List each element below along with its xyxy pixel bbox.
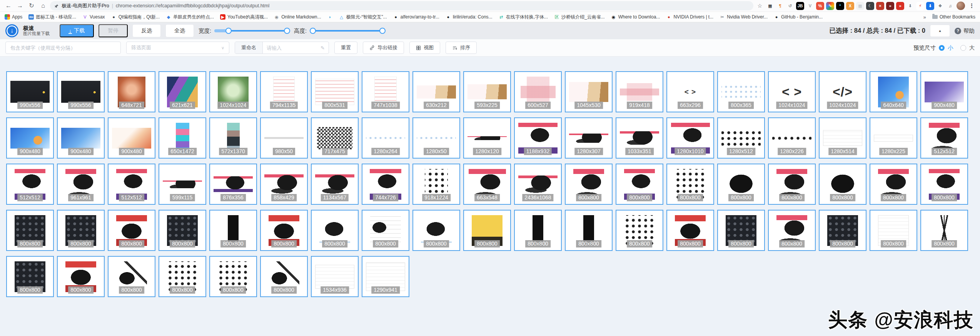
- image-cell[interactable]: 599x115: [159, 164, 206, 205]
- avatar[interactable]: [957, 2, 965, 10]
- image-cell[interactable]: 800x800: [920, 210, 968, 251]
- image-cell[interactable]: 800x800: [159, 210, 206, 251]
- image-cell[interactable]: 990x556: [57, 71, 105, 112]
- preview-large-radio[interactable]: [960, 45, 966, 51]
- image-cell[interactable]: 800x800: [311, 210, 359, 251]
- image-cell[interactable]: 512x512: [920, 117, 968, 159]
- playlist-icon[interactable]: ♫: [946, 2, 954, 10]
- image-cell[interactable]: 1280x120: [463, 117, 511, 159]
- bookmark-vuesax[interactable]: VVuesax: [82, 14, 105, 20]
- image-cell[interactable]: 1280x226: [768, 117, 816, 159]
- image-cell[interactable]: 980x50: [260, 117, 308, 159]
- qr-code-icon[interactable]: ▦: [766, 2, 774, 10]
- image-cell[interactable]: 800x800: [57, 210, 105, 251]
- image-cell[interactable]: 2436x1068: [514, 164, 562, 205]
- download-button[interactable]: ↓ 下载: [60, 24, 94, 37]
- image-cell[interactable]: 900x480: [108, 117, 155, 159]
- select-all-button[interactable]: 全选: [165, 24, 194, 37]
- image-cell[interactable]: 800x800: [768, 210, 816, 251]
- bookmark-nvidia-web-driver[interactable]: ✂Nvidia Web Driver...: [720, 14, 768, 20]
- bookmark-font-convert[interactable]: ⇄在线字体转换,字体...: [499, 14, 548, 20]
- image-cell[interactable]: 900x480: [6, 117, 54, 159]
- bookmark-youtube[interactable]: ▶YouTube的高清视...: [220, 14, 268, 20]
- x-orange-icon[interactable]: X: [846, 2, 854, 10]
- bookmark-nvidia-drivers[interactable]: ●NVIDIA Drivers | t...: [666, 14, 713, 20]
- image-cell[interactable]: 1280x264: [362, 117, 409, 159]
- image-cell[interactable]: < >1024x1024: [768, 71, 816, 112]
- download-arrow-icon[interactable]: ⬇: [906, 2, 914, 10]
- bookmark-tubiaogongchang[interactable]: RH图标工场 - 移动应...: [28, 14, 76, 20]
- invert-selection-button[interactable]: 反选: [132, 24, 161, 37]
- image-cell[interactable]: 717x475: [311, 117, 359, 159]
- sort-button[interactable]: 排序: [446, 42, 477, 54]
- image-cell[interactable]: 800x800: [260, 256, 308, 297]
- vuetify-icon[interactable]: V: [806, 2, 814, 10]
- image-cell[interactable]: 800x365: [717, 71, 765, 112]
- pilcrow-icon[interactable]: ¶: [776, 2, 784, 10]
- image-cell[interactable]: 1280x307: [565, 117, 613, 159]
- image-cell[interactable]: 918x1224: [412, 164, 460, 205]
- image-cell[interactable]: 800x800: [159, 256, 206, 297]
- image-cell[interactable]: 630x212: [412, 71, 460, 112]
- image-cell[interactable]: 800x800: [666, 164, 714, 205]
- image-cell[interactable]: 876x356: [209, 164, 257, 205]
- image-cell[interactable]: 512x512: [6, 164, 54, 205]
- image-cell[interactable]: 744x726: [362, 164, 409, 205]
- image-cell[interactable]: 800x800: [57, 256, 105, 297]
- image-cell[interactable]: 1134x567: [311, 164, 359, 205]
- docs-pencil-icon[interactable]: ✎: [826, 2, 834, 10]
- image-cell[interactable]: 800x800: [717, 164, 765, 205]
- image-cell[interactable]: 800x800: [819, 210, 866, 251]
- image-cell[interactable]: 1024x1024: [209, 71, 257, 112]
- menu-kebab-icon[interactable]: ⋮: [967, 2, 976, 9]
- bookmark-blue-icon[interactable]: ◗: [327, 14, 333, 20]
- image-cell[interactable]: 640x640: [870, 71, 917, 112]
- image-cell[interactable]: 621x621: [159, 71, 206, 112]
- image-cell[interactable]: 800x800: [819, 164, 866, 205]
- image-cell[interactable]: 800x800: [717, 210, 765, 251]
- bookmark-alferov[interactable]: ●alferov/array-to-tr...: [393, 14, 439, 20]
- bookmark-jixianyuan[interactable]: △极限元-“智能交互”...: [339, 14, 387, 20]
- bookmark-star-icon[interactable]: ☆: [756, 3, 764, 9]
- image-cell[interactable]: 800x800: [565, 164, 613, 205]
- export-links-button[interactable]: 导出链接: [363, 42, 404, 54]
- image-cell[interactable]: 800x800: [362, 210, 409, 251]
- image-cell[interactable]: 1280x1010: [666, 117, 714, 159]
- image-cell[interactable]: 800x800: [260, 210, 308, 251]
- width-slider[interactable]: [214, 28, 289, 34]
- image-cell[interactable]: 1280x512: [717, 117, 765, 159]
- preview-small-radio[interactable]: [939, 45, 945, 51]
- image-cell[interactable]: 800x800: [108, 210, 155, 251]
- image-cell[interactable]: 800x800: [870, 164, 917, 205]
- height-slider[interactable]: [310, 28, 385, 34]
- image-cell[interactable]: 794x1135: [260, 71, 308, 112]
- image-cell[interactable]: 900x480: [57, 117, 105, 159]
- bookmark-where-download[interactable]: ◉Where to Downloa...: [611, 14, 660, 20]
- shield-x-icon[interactable]: ×: [876, 2, 884, 10]
- image-cell[interactable]: 800x800: [108, 256, 155, 297]
- preview-large-label[interactable]: 大: [969, 44, 975, 52]
- home-icon[interactable]: ⌂: [38, 1, 48, 10]
- image-cell[interactable]: 858x429: [260, 164, 308, 205]
- image-cell[interactable]: 747x1038: [362, 71, 409, 112]
- bookmark-qt-guide[interactable]: ●Qt编程指南，Qt新...: [111, 14, 160, 20]
- asterisk-icon[interactable]: *: [836, 2, 844, 10]
- rename-input[interactable]: [263, 42, 321, 53]
- grid-icon[interactable]: ▦: [856, 2, 864, 10]
- image-cell[interactable]: 990x556: [6, 71, 54, 112]
- back-icon[interactable]: ←: [4, 1, 13, 10]
- help-button[interactable]: ? 帮助: [955, 27, 975, 35]
- image-cell[interactable]: 919x418: [616, 71, 663, 112]
- bookmark-eruda[interactable]: ●liriliri/eruda: Cons...: [446, 14, 493, 20]
- view-button[interactable]: 视图: [409, 42, 440, 54]
- image-cell[interactable]: 1534x936: [311, 256, 359, 297]
- double-arrow-badge-icon[interactable]: »: [886, 2, 894, 10]
- image-cell[interactable]: 1290x941: [362, 256, 409, 297]
- image-cell[interactable]: 800x800: [870, 210, 917, 251]
- image-cell[interactable]: 663x548: [463, 164, 511, 205]
- image-cell[interactable]: 1033x351: [616, 117, 663, 159]
- image-cell[interactable]: 600x527: [514, 71, 562, 112]
- image-cell[interactable]: 593x225: [463, 71, 511, 112]
- image-cell[interactable]: 800x800: [616, 164, 663, 205]
- image-cell[interactable]: 800x800: [412, 210, 460, 251]
